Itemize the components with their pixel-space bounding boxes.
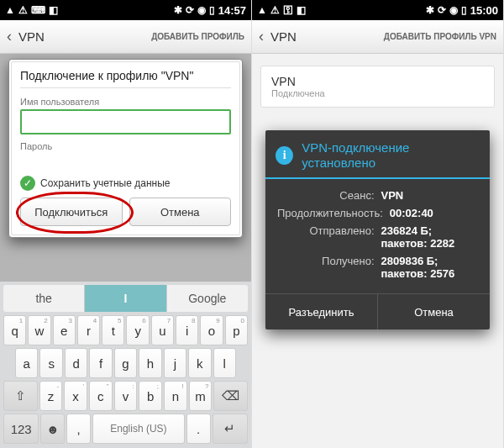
back-icon[interactable]: ‹ bbox=[259, 28, 264, 45]
vpn-stat-value: 00:02:40 bbox=[390, 207, 478, 219]
key-k[interactable]: k bbox=[188, 348, 211, 378]
navbar: ‹ VPN ДОБАВИТЬ ПРОФИЛЬ VPN bbox=[252, 20, 503, 54]
vpn-stat-value: VPN bbox=[381, 189, 479, 202]
vpn-stat-value: 2809836 Б; пакетов: 2576 bbox=[381, 255, 479, 280]
divider bbox=[20, 87, 231, 88]
suggestion-1[interactable]: the bbox=[3, 285, 85, 312]
key-u[interactable]: u7 bbox=[151, 315, 174, 345]
key-e[interactable]: e3 bbox=[53, 315, 76, 345]
key-b[interactable]: b; bbox=[139, 381, 162, 411]
period-key[interactable]: . bbox=[186, 414, 211, 444]
cancel-label: Отмена bbox=[414, 306, 454, 319]
vpn-item-name: VPN bbox=[271, 75, 484, 88]
sync-icon: ⟳ bbox=[186, 5, 194, 15]
key-r[interactable]: r4 bbox=[77, 315, 100, 345]
key-s[interactable]: s bbox=[39, 348, 62, 378]
vpn-stat-row: Получено:2809836 Б; пакетов: 2576 bbox=[277, 255, 478, 280]
connect-button-label: Подключиться bbox=[34, 206, 108, 219]
save-credentials-checkbox[interactable]: ✓ Сохранить учетные данные bbox=[20, 176, 231, 191]
key-l[interactable]: l bbox=[213, 348, 236, 378]
wifi-icon: ◉ bbox=[449, 5, 458, 15]
key-f[interactable]: f bbox=[89, 348, 112, 378]
enter-key[interactable]: ↵ bbox=[213, 414, 248, 444]
nav-title: VPN bbox=[270, 29, 384, 44]
key-icon: ⚿ bbox=[283, 5, 293, 15]
vpn-stat-label: Получено: bbox=[277, 255, 381, 280]
suggestion-3[interactable]: Google bbox=[167, 285, 248, 312]
add-profile-button[interactable]: ДОБАВИТЬ ПРОФИЛЬ VPN bbox=[384, 32, 496, 41]
key-z[interactable]: z- bbox=[39, 381, 63, 411]
sync-icon: ⟳ bbox=[438, 5, 446, 15]
emoji-key[interactable]: ☻ bbox=[40, 414, 65, 444]
back-icon[interactable]: ‹ bbox=[7, 28, 12, 45]
vpn-stat-label: Отправлено: bbox=[277, 224, 381, 250]
key-q[interactable]: q1 bbox=[3, 315, 26, 345]
status-bar: ▲ ⚠ ⌨ ◧ ✱ ⟳ ◉ ▯ 14:57 bbox=[0, 0, 251, 20]
info-icon: i bbox=[276, 146, 293, 165]
key-a[interactable]: a bbox=[15, 348, 38, 378]
username-input[interactable] bbox=[20, 109, 231, 134]
notification-icon: ▲ bbox=[257, 5, 267, 15]
key-x[interactable]: x' bbox=[64, 381, 87, 411]
numeric-key[interactable]: 123 bbox=[3, 414, 39, 444]
vpn-stat-label: Сеанс: bbox=[277, 189, 381, 202]
vpn-stat-value: 236824 Б; пакетов: 2282 bbox=[381, 224, 479, 250]
vpn-status-dialog: i VPN-подключение установлено Сеанс:VPNП… bbox=[265, 130, 490, 329]
connect-dialog: Подключение к профилю "VPN" Имя пользова… bbox=[8, 59, 243, 238]
app-icon: ◧ bbox=[49, 5, 58, 15]
password-label: Пароль bbox=[20, 141, 231, 151]
navbar: ‹ VPN ДОБАВИТЬ ПРОФИЛЬ bbox=[0, 20, 251, 54]
key-row-3: ⇧z-x'c"v:b;n!m?⌫ bbox=[2, 381, 249, 411]
key-m[interactable]: m? bbox=[189, 381, 213, 411]
key-⇧[interactable]: ⇧ bbox=[3, 381, 38, 411]
key-h[interactable]: h bbox=[139, 348, 161, 378]
suggestion-bar: the I Google bbox=[3, 285, 248, 312]
password-input[interactable] bbox=[20, 154, 231, 172]
vpn-dialog-title: VPN-подключение установлено bbox=[302, 140, 480, 171]
key-c[interactable]: c" bbox=[89, 381, 113, 411]
disconnect-button[interactable]: Разъединить bbox=[265, 294, 378, 329]
vpn-stat-row: Отправлено:236824 Б; пакетов: 2282 bbox=[277, 224, 478, 250]
battery-icon: ▯ bbox=[461, 5, 467, 15]
disconnect-label: Разъединить bbox=[288, 306, 354, 319]
clock: 15:00 bbox=[470, 4, 498, 17]
username-label: Имя пользователя bbox=[20, 97, 231, 107]
phone-left-screenshot: ▲ ⚠ ⌨ ◧ ✱ ⟳ ◉ ▯ 14:57 ‹ VPN ДОБАВИТЬ ПРО… bbox=[0, 0, 252, 448]
soft-keyboard[interactable]: the I Google q1w2e3r4t5y6u7i8o9p0 asdfgh… bbox=[0, 282, 251, 448]
key-d[interactable]: d bbox=[65, 348, 87, 378]
battery-icon: ▯ bbox=[209, 5, 215, 15]
check-icon: ✓ bbox=[20, 176, 35, 191]
add-profile-button[interactable]: ДОБАВИТЬ ПРОФИЛЬ bbox=[151, 32, 244, 41]
key-p[interactable]: p0 bbox=[225, 315, 248, 345]
cancel-button[interactable]: Отмена bbox=[378, 294, 490, 329]
key-o[interactable]: o9 bbox=[200, 315, 223, 345]
key-y[interactable]: y6 bbox=[126, 315, 149, 345]
keyboard-icon: ⌨ bbox=[31, 5, 45, 15]
app-icon: ◧ bbox=[297, 5, 306, 15]
status-bar: ▲ ⚠ ⚿ ◧ ✱ ⟳ ◉ ▯ 15:00 bbox=[252, 0, 503, 20]
vpn-stat-label: Продолжительность: bbox=[277, 207, 390, 219]
key-v[interactable]: v: bbox=[114, 381, 138, 411]
vpn-list-item[interactable]: VPN Подключена bbox=[260, 66, 495, 108]
space-key[interactable]: English (US) bbox=[92, 414, 185, 444]
key-w[interactable]: w2 bbox=[28, 315, 50, 345]
suggestion-2[interactable]: I bbox=[85, 285, 166, 312]
key-row-4: 123 ☻ , English (US) . ↵ bbox=[2, 414, 249, 444]
key-⌫[interactable]: ⌫ bbox=[213, 381, 248, 411]
divider bbox=[265, 177, 490, 179]
key-t[interactable]: t5 bbox=[102, 315, 124, 345]
key-i[interactable]: i8 bbox=[176, 315, 198, 345]
clock: 14:57 bbox=[218, 4, 246, 17]
warning-icon: ⚠ bbox=[18, 5, 28, 15]
key-g[interactable]: g bbox=[114, 348, 137, 378]
comma-key[interactable]: , bbox=[66, 414, 91, 444]
cancel-button[interactable]: Отмена bbox=[129, 198, 232, 226]
connect-button[interactable]: Подключиться bbox=[20, 198, 123, 226]
nav-title: VPN bbox=[18, 29, 151, 44]
vpn-dialog-body: Сеанс:VPNПродолжительность:00:02:40Отпра… bbox=[265, 189, 490, 293]
key-j[interactable]: j bbox=[164, 348, 186, 378]
dialog-title: Подключение к профилю "VPN" bbox=[20, 69, 231, 82]
notification-icon: ▲ bbox=[5, 5, 15, 15]
key-n[interactable]: n! bbox=[164, 381, 187, 411]
warning-icon: ⚠ bbox=[270, 5, 280, 15]
